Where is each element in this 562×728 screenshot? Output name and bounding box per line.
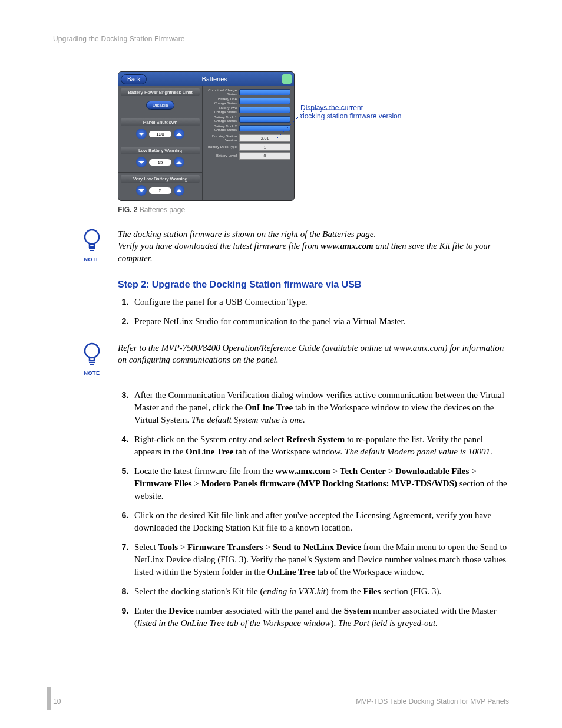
- svg-point-5: [85, 344, 99, 358]
- note-icon: NOTE: [77, 342, 107, 376]
- chevron-up-icon[interactable]: [174, 157, 184, 167]
- chevron-up-icon[interactable]: [174, 129, 184, 139]
- section-header: Very Low Battery Warning: [121, 175, 200, 183]
- step-heading: Step 2: Upgrade the Docking Station firm…: [118, 279, 509, 290]
- chevron-down-icon[interactable]: [136, 185, 147, 196]
- page-number: 10: [53, 697, 61, 706]
- callout-text: Displays the currentdocking station firm…: [300, 104, 465, 120]
- figure-caption: FIG. 2 Batteries page: [118, 206, 509, 214]
- doc-title: MVP-TDS Table Docking Station for MVP Pa…: [356, 697, 509, 706]
- close-icon[interactable]: [282, 74, 292, 84]
- step-list: Configure the panel for a USB Connection…: [118, 296, 509, 328]
- batteries-panel: Back Batteries Battery Power Brightness …: [118, 71, 295, 201]
- progress-bar: [239, 125, 290, 131]
- chevron-down-icon[interactable]: [136, 129, 147, 139]
- svg-point-2: [85, 230, 99, 244]
- note-text: Refer to the MVP-7500/8400 Operation/Ref…: [118, 342, 509, 366]
- disable-button[interactable]: Disable: [146, 101, 175, 110]
- section-header: Battery Power Brightness Limit: [121, 88, 200, 96]
- very-low-battery-stepper[interactable]: 5: [121, 185, 200, 196]
- note-icon: NOTE: [77, 228, 107, 262]
- footer-accent: [47, 687, 51, 710]
- progress-bar: [239, 107, 290, 113]
- back-button[interactable]: Back: [121, 74, 147, 84]
- chevron-down-icon[interactable]: [136, 157, 147, 167]
- progress-bar: [239, 116, 290, 123]
- page-header: Upgrading the Docking Station Firmware: [53, 35, 509, 43]
- page-footer: 10 MVP-TDS Table Docking Station for MVP…: [53, 697, 509, 706]
- figure-2: Back Batteries Battery Power Brightness …: [118, 71, 509, 214]
- progress-bar: [239, 98, 290, 104]
- section-header: Panel Shutdown: [121, 118, 200, 126]
- docking-station-version: 2.01: [239, 134, 290, 142]
- panel-shutdown-stepper[interactable]: 120: [121, 129, 200, 139]
- panel-title: Batteries: [201, 75, 227, 83]
- progress-bar: [239, 89, 290, 95]
- note-text: The docking station firmware is shown on…: [118, 228, 509, 264]
- section-header: Low Battery Warning: [121, 147, 200, 154]
- step-list-cont: After the Communication Verification dia…: [118, 389, 509, 630]
- chevron-up-icon[interactable]: [174, 185, 184, 196]
- low-battery-stepper[interactable]: 15: [121, 157, 200, 167]
